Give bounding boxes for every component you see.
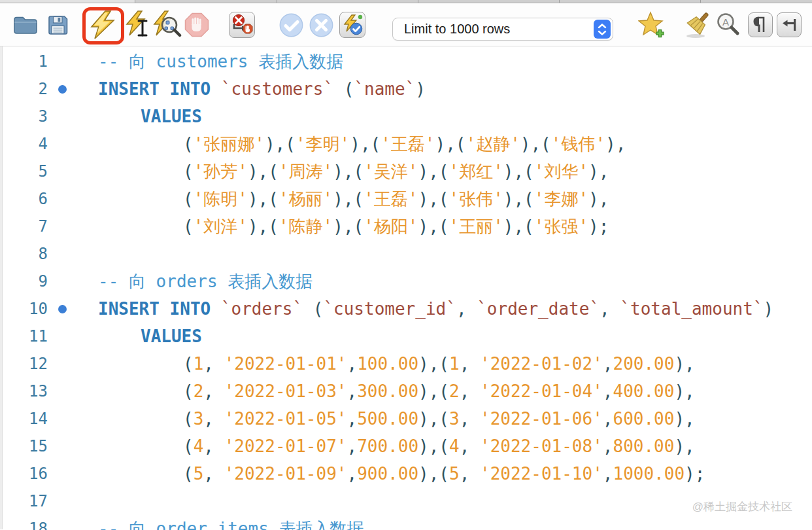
line-number: 6 — [3, 185, 48, 213]
run-all-queries-icon — [89, 10, 116, 39]
code-line[interactable]: 5('孙芳'),('周涛'),('吴洋'),('郑红'),('刘华'), — [3, 158, 812, 185]
query-marker-column — [48, 433, 76, 460]
line-number: 8 — [3, 240, 48, 268]
pilcrow-icon — [748, 12, 773, 37]
row-limit-value: Limit to 1000 rows — [404, 22, 594, 37]
header-segment — [0, 0, 135, 3]
code-line[interactable]: 13(2, '2022-01-03',300.00),(2, '2022-01-… — [3, 378, 812, 405]
query-marker-column — [48, 295, 76, 323]
query-marker-column — [48, 350, 76, 378]
carriage-return-icon — [777, 12, 802, 37]
open-file-button[interactable] — [13, 3, 38, 46]
code-line[interactable]: 18-- 向 order_items 表插入数据 — [3, 515, 812, 530]
code-line[interactable]: 11VALUES — [3, 323, 812, 350]
code-line[interactable]: 14(3, '2022-01-05',500.00),(3, '2022-01-… — [3, 405, 812, 433]
code-line[interactable]: 10INSERT INTO `orders` (`customer_id`, `… — [3, 295, 812, 323]
code-text: INSERT INTO `customers` (`name`) — [76, 75, 426, 103]
header-segment — [277, 0, 418, 3]
code-line[interactable]: 3VALUES — [3, 103, 812, 130]
select-stepper-icon — [594, 20, 611, 39]
query-start-dot-icon — [58, 85, 67, 94]
line-number: 13 — [3, 378, 48, 405]
code-line[interactable]: 6('陈明'),('杨丽'),('王磊'),('张伟'),('李娜'), — [3, 185, 812, 213]
query-marker-column — [48, 75, 76, 103]
find-in-query-button[interactable]: A — [715, 3, 743, 46]
query-marker-column — [48, 240, 76, 268]
line-number: 17 — [3, 487, 48, 515]
code-line[interactable]: 17 — [3, 487, 812, 515]
code-line[interactable]: 2INSERT INTO `customers` (`name`) — [3, 75, 812, 103]
svg-text:A: A — [722, 16, 729, 27]
code-text: (4, '2022-01-07',700.00),(4, '2022-01-08… — [76, 433, 695, 460]
code-text: (2, '2022-01-03',300.00),(2, '2022-01-04… — [76, 378, 695, 405]
query-marker-column — [48, 213, 76, 240]
query-editor[interactable]: 1-- 向 customers 表插入数据2INSERT INTO `custo… — [0, 46, 812, 529]
code-line[interactable]: 1-- 向 customers 表插入数据 — [3, 48, 812, 75]
explain-query-button[interactable] — [153, 3, 182, 46]
explain-query-icon — [153, 10, 182, 39]
line-number: 3 — [3, 103, 48, 130]
code-text: ('孙芳'),('周涛'),('吴洋'),('郑红'),('刘华'), — [76, 158, 609, 185]
accept-button[interactable] — [279, 3, 303, 46]
cancel-button[interactable] — [309, 3, 333, 46]
query-marker-column — [48, 185, 76, 213]
query-start-dot-icon — [58, 305, 67, 313]
code-text: ('陈明'),('杨丽'),('王磊'),('张伟'),('李娜'), — [76, 185, 609, 213]
code-text: -- 向 customers 表插入数据 — [76, 48, 343, 75]
header-segment — [560, 0, 701, 3]
query-marker-column — [48, 158, 76, 185]
code-text — [76, 240, 98, 268]
query-marker-column — [48, 130, 76, 158]
auto-indent-button[interactable] — [777, 3, 802, 46]
query-marker-column — [48, 460, 76, 487]
line-number: 16 — [3, 460, 48, 487]
format-broom-icon — [683, 11, 713, 39]
query-marker-column — [48, 268, 76, 295]
run-current-query-icon — [126, 10, 152, 39]
code-line[interactable]: 15(4, '2022-01-07',700.00),(4, '2022-01-… — [3, 433, 812, 460]
code-line[interactable]: 7('刘洋'),('陈静'),('杨阳'),('王丽'),('张强'); — [3, 213, 812, 240]
line-number: 4 — [3, 130, 48, 158]
autocommit-button[interactable] — [339, 3, 365, 46]
add-favorite-button[interactable] — [638, 3, 666, 46]
invisible-characters-button[interactable] — [748, 3, 773, 46]
cancel-x-icon — [309, 13, 333, 37]
line-number: 11 — [3, 323, 48, 350]
stop-query-icon — [184, 12, 209, 37]
line-number: 18 — [3, 515, 48, 530]
code-line[interactable]: 12(1, '2022-01-01',100.00),(1, '2022-01-… — [3, 350, 812, 378]
query-marker-column — [48, 103, 76, 130]
stop-query-button[interactable] — [184, 3, 209, 46]
code-text: INSERT INTO `orders` (`customer_id`, `or… — [76, 295, 773, 323]
code-line[interactable]: 8 — [3, 240, 812, 268]
save-icon — [47, 14, 69, 36]
header-segment — [418, 0, 560, 3]
code-text: (3, '2022-01-05',500.00),(3, '2022-01-06… — [76, 405, 695, 433]
code-line[interactable]: 16(5, '2022-01-09',900.00),(5, '2022-01-… — [3, 460, 812, 487]
format-query-button[interactable] — [683, 3, 713, 46]
code-text: VALUES — [76, 103, 202, 130]
code-line[interactable]: 4('张丽娜'),('李明'),('王磊'),('赵静'),('钱伟'), — [3, 130, 812, 158]
query-marker-column — [48, 515, 76, 530]
code-text: -- 向 orders 表插入数据 — [76, 268, 313, 295]
query-marker-column — [48, 405, 76, 433]
query-marker-column — [48, 378, 76, 405]
run-current-query-button[interactable] — [126, 3, 152, 46]
accept-check-icon — [279, 13, 303, 37]
code-text: (5, '2022-01-09',900.00),(5, '2022-01-10… — [76, 460, 705, 487]
save-button[interactable] — [47, 3, 69, 46]
code-line[interactable]: 9-- 向 orders 表插入数据 — [3, 268, 812, 295]
stop-on-error-button[interactable] — [229, 3, 255, 46]
watermark: @稀土掘金技术社区 — [692, 499, 792, 514]
query-marker-column — [48, 487, 76, 515]
query-toolbar: Limit to 1000 rows A — [0, 3, 812, 46]
row-limit-select[interactable]: Limit to 1000 rows — [392, 18, 613, 41]
stop-on-error-icon — [229, 12, 255, 38]
run-all-queries-button[interactable] — [89, 3, 116, 46]
line-number: 2 — [3, 75, 48, 103]
query-marker-column — [48, 323, 76, 350]
code-text: ('刘洋'),('陈静'),('杨阳'),('王丽'),('张强'); — [76, 213, 609, 240]
code-text: (1, '2022-01-01',100.00),(1, '2022-01-02… — [76, 350, 695, 378]
code-area[interactable]: 1-- 向 customers 表插入数据2INSERT INTO `custo… — [3, 46, 812, 529]
line-number: 15 — [3, 433, 48, 460]
